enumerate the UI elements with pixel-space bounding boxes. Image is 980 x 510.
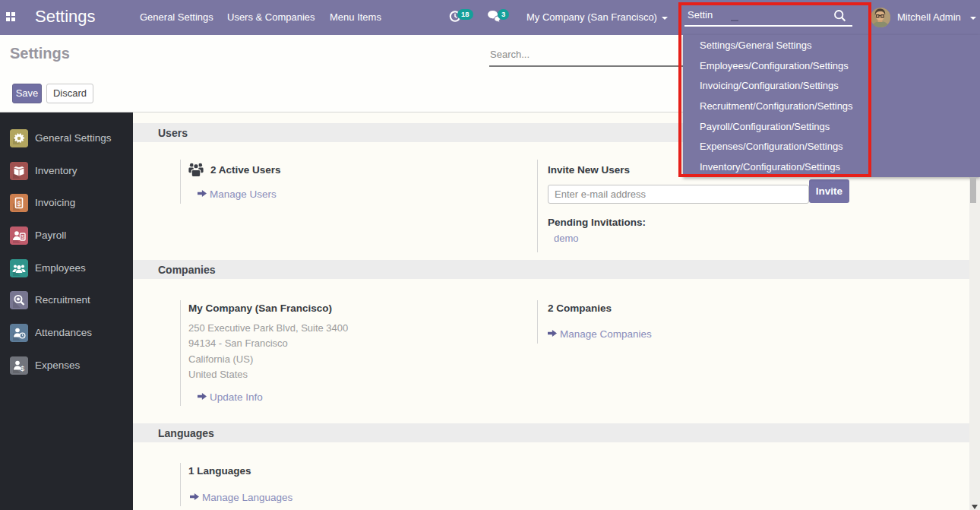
svg-text:$: $ <box>21 234 24 239</box>
svg-text:$: $ <box>21 365 24 372</box>
svg-text:$: $ <box>17 200 21 207</box>
